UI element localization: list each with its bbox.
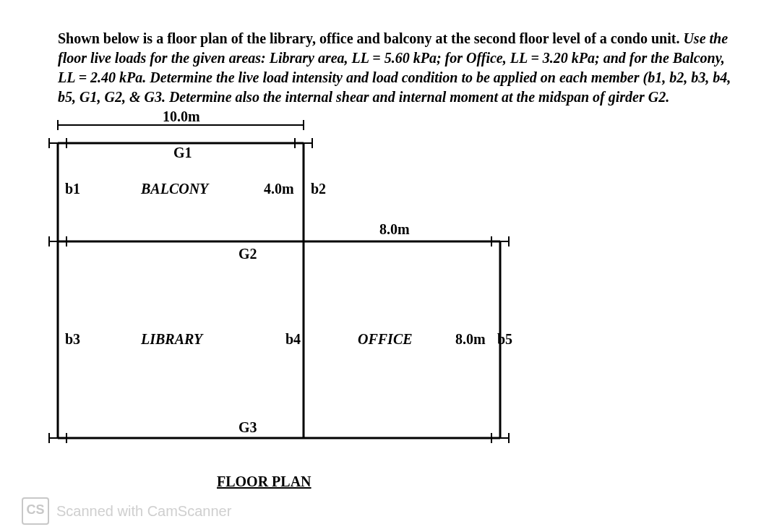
label-b5: b5 bbox=[497, 331, 512, 348]
label-b3: b3 bbox=[65, 331, 80, 348]
scanner-watermark: CS Scanned with CamScanner bbox=[22, 497, 231, 525]
label-b4: b4 bbox=[285, 331, 301, 348]
camscanner-text: Scanned with CamScanner bbox=[56, 503, 231, 520]
label-b1: b1 bbox=[65, 181, 80, 197]
dim-b5-height: 8.0m bbox=[455, 331, 486, 348]
page: Shown below is a floor plan of the libra… bbox=[0, 0, 769, 532]
label-g2: G2 bbox=[239, 246, 257, 262]
dim-b2-height: 4.0m bbox=[264, 181, 294, 197]
label-b2: b2 bbox=[311, 181, 326, 197]
caption-floor-plan: FLOOR PLAN bbox=[217, 473, 312, 490]
label-office: OFFICE bbox=[358, 331, 413, 348]
camscanner-badge-icon: CS bbox=[22, 497, 49, 525]
dim-g1-span: 10.0m bbox=[163, 108, 200, 125]
label-library: LIBRARY bbox=[141, 331, 202, 348]
label-g3: G3 bbox=[239, 419, 257, 436]
problem-statement: Shown below is a floor plan of the libra… bbox=[58, 29, 733, 107]
label-g1: G1 bbox=[173, 145, 192, 161]
dim-g2-right: 8.0m bbox=[379, 221, 410, 238]
label-balcony: BALCONY bbox=[141, 181, 208, 197]
floor-plan-svg bbox=[29, 114, 520, 454]
problem-lead: Shown below is a floor plan of the libra… bbox=[58, 30, 683, 46]
floor-plan: 10.0m 4.0m 8.0m 8.0m G1 G2 G3 b1 b2 b3 b… bbox=[29, 114, 520, 454]
